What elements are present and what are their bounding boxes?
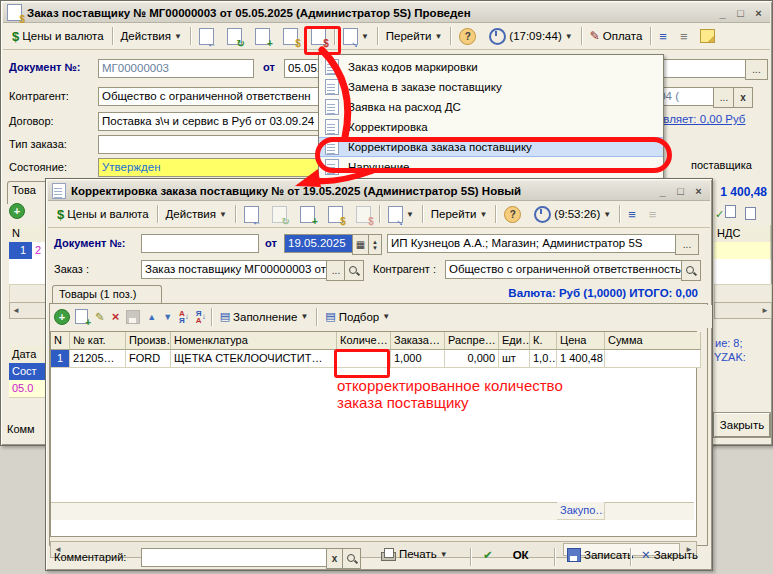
menu-item-order-correction[interactable]: Корректировка заказа поставщику [319, 137, 663, 157]
close-window-button[interactable]: ✕Закрыть [636, 546, 703, 564]
row-cell-qty[interactable] [337, 350, 391, 368]
prices-currency-button[interactable]: $Цены и валюта [7, 27, 109, 46]
scroll-left-icon[interactable]: ◄ [10, 306, 20, 315]
prices-out-button[interactable]: $ [306, 26, 331, 47]
back-vat-cell[interactable] [714, 242, 771, 260]
col-header-sum[interactable]: Сумма [605, 332, 701, 350]
front-maximize-button[interactable]: □ [673, 184, 688, 198]
minimize-button[interactable]: _ [715, 6, 730, 20]
front-minimize-button[interactable]: _ [655, 184, 670, 198]
row-cell-unit[interactable]: шт [499, 350, 530, 368]
scroll-right-icon[interactable]: ► [761, 306, 771, 315]
col-header-n[interactable]: N [51, 332, 70, 350]
menu-item-correction[interactable]: Корректировка [319, 117, 663, 137]
payment-button[interactable]: ✎Оплата [585, 27, 648, 45]
fill-button[interactable]: ▤Заполнение▼ [215, 308, 314, 325]
time-button[interactable]: (17:09:44)▼ [484, 26, 577, 47]
delete-row-button[interactable]: × [110, 307, 122, 326]
pick-button[interactable]: ▤Подбор▼ [320, 308, 395, 325]
back-add-row-button[interactable]: + [9, 203, 25, 219]
front-order-field[interactable]: Заказ поставщику МГ00000003 от 0 [141, 260, 332, 279]
front-titlebar[interactable]: Корректировка заказа поставщику № от 19.… [48, 181, 710, 201]
front-responsible-field[interactable]: ИП Кузнецов А.А.; Магазин; Администратор… [387, 234, 681, 253]
add-row-button[interactable]: + [54, 309, 70, 325]
help-button[interactable]: ? [454, 26, 481, 47]
row-cell-sum[interactable] [605, 350, 701, 368]
back-vat-column-header[interactable]: НДС [714, 225, 771, 243]
menu-item-replacement[interactable]: Замена в заказе поставщику [319, 77, 663, 97]
ok-button[interactable]: ✔ОК [478, 546, 534, 564]
row-cell-manuf[interactable]: FORD [126, 350, 171, 368]
col-header-unit[interactable]: Еди… [499, 332, 530, 350]
front-responsible-ellipsis-button[interactable]: ... [675, 234, 699, 255]
front-enter-on-basis-button[interactable]: →▼ [383, 204, 419, 225]
col-header-cat[interactable]: № кат. [70, 332, 126, 350]
back-invoice-ellipsis-button[interactable]: ... [713, 87, 735, 108]
print-button[interactable]: Печать▼ [376, 546, 453, 562]
menu-item-expense-request[interactable]: Заявка на расход ДС [319, 97, 663, 117]
copy-row-button[interactable]: + [73, 307, 90, 326]
front-date-field[interactable]: 19.05.2025 [284, 234, 358, 253]
note-button[interactable] [695, 27, 720, 45]
col-header-ordered[interactable]: Заказа… [391, 332, 445, 350]
properties-button[interactable]: ≡ [675, 27, 693, 46]
front-help-button[interactable]: ? [499, 204, 526, 225]
back-titlebar[interactable]: $ Заказ поставщику № МГ00000003 от 05.05… [3, 3, 770, 23]
front-copy-button[interactable]: + [295, 204, 320, 225]
row-cell-ordered[interactable]: 1,000 [391, 350, 445, 368]
back-copy-stack-icon[interactable] [745, 207, 756, 220]
reread-button[interactable]: ← [194, 26, 219, 47]
maximize-button[interactable]: □ [733, 6, 748, 20]
sort-asc-button[interactable]: АЯ↓ [177, 308, 191, 326]
row-cell-dist[interactable]: 0,000 [445, 350, 499, 368]
back-post-icon[interactable]: ✓ [715, 205, 736, 221]
move-up-button[interactable]: ▲ [145, 310, 158, 324]
spin-down-icon[interactable]: ▼ [372, 245, 378, 251]
col-header-dist[interactable]: Распре… [445, 332, 499, 350]
comment-field[interactable] [141, 548, 332, 567]
copy-button[interactable]: + [250, 26, 275, 47]
front-contractor-field[interactable]: Общество с ограниченной ответственностью… [445, 260, 687, 279]
save-button[interactable]: Записать [562, 546, 638, 564]
prices-in-button[interactable]: $ [278, 26, 303, 47]
front-order-ellipsis-button[interactable]: ... [326, 260, 346, 281]
back-close-button[interactable]: Закрыть [714, 413, 770, 437]
col-header-nomen[interactable]: Номенклатура [171, 332, 337, 350]
row-cell-k[interactable]: 1,0… [530, 350, 557, 368]
row-cell-price[interactable]: 1 400,48 [557, 350, 605, 368]
col-header-qty[interactable]: Количе… [337, 332, 391, 350]
enter-on-basis-button[interactable]: →▼ [338, 26, 374, 47]
front-doc-number-field[interactable] [141, 234, 259, 253]
front-close-button[interactable]: × [691, 184, 706, 198]
back-right-hscroll[interactable]: ► [714, 302, 772, 319]
front-calendar-button[interactable]: ▦ [352, 234, 369, 255]
front-structure-button[interactable]: ≡ [623, 205, 641, 224]
comment-open-button[interactable] [342, 548, 361, 569]
front-reread-button[interactable]: ← [239, 204, 264, 225]
col-header-k[interactable]: К. [530, 332, 557, 350]
move-down-button[interactable]: ▼ [161, 310, 174, 324]
front-prices-in-button[interactable]: $ [323, 204, 348, 225]
front-prices-currency-button[interactable]: $Цены и валюта [52, 205, 154, 224]
actions-button[interactable]: Действия▼ [116, 28, 187, 44]
front-time-button[interactable]: (9:53:26)▼ [529, 204, 616, 225]
front-contractor-open-button[interactable] [681, 260, 701, 281]
goto-button[interactable]: Перейти▼ [381, 28, 448, 44]
back-invoice-clear-button[interactable]: x [733, 87, 753, 108]
structure-button[interactable]: ≡ [654, 27, 672, 46]
row-cell-nomen[interactable]: ЩЕТКА СТЕКЛООЧИСТИТ… [171, 350, 337, 368]
menu-item-violation[interactable]: Нарушение [319, 157, 663, 177]
front-actions-button[interactable]: Действия▼ [161, 206, 232, 222]
back-doc-number-field[interactable]: МГ00000003 [98, 59, 254, 78]
back-responsible-ellipsis-button[interactable]: ... [745, 59, 768, 80]
front-goto-button[interactable]: Перейти▼ [426, 206, 493, 222]
col-header-price[interactable]: Цена [557, 332, 605, 350]
front-date-spinner[interactable]: ▲▼ [368, 234, 382, 255]
menu-item-marking-codes[interactable]: Заказ кодов маркировки [319, 57, 663, 77]
col-header-manuf[interactable]: Произв… [126, 332, 171, 350]
row-cell-cat[interactable]: 21205… [70, 350, 126, 368]
edit-row-button[interactable]: ✎ [93, 308, 107, 326]
refresh-button[interactable]: ↻ [222, 26, 247, 47]
sort-desc-button[interactable]: ЯА↓ [194, 308, 208, 326]
row-cell-n[interactable]: 1 [51, 350, 70, 368]
